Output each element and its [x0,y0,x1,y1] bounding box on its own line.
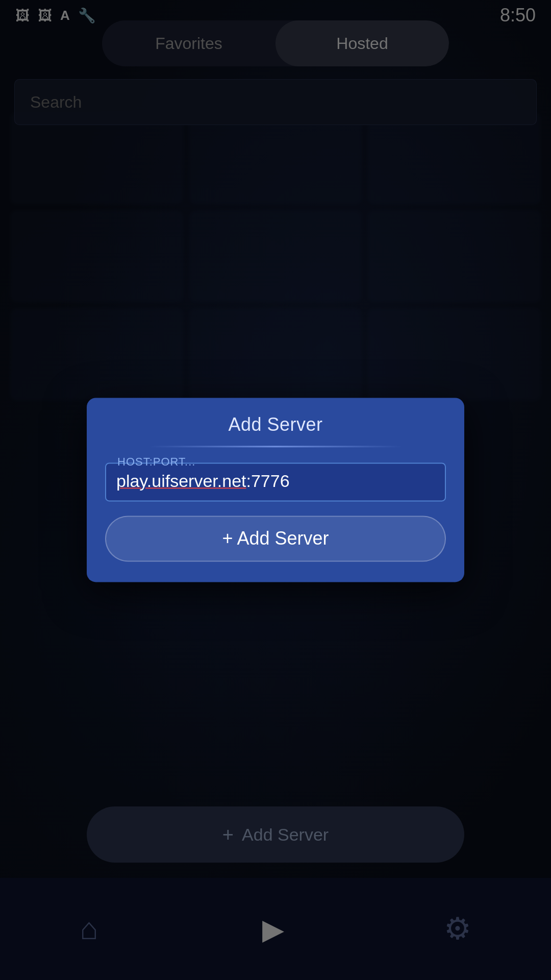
add-server-dialog-button-label: + Add Server [222,528,329,550]
dialog-body: HOST:PORT... play.uifserver.net:7776 + A… [87,462,464,561]
host-port-input-wrapper: HOST:PORT... play.uifserver.net:7776 [105,462,446,501]
add-server-dialog: Add Server HOST:PORT... play.uifserver.n… [87,398,464,582]
host-port-label: HOST:PORT... [115,455,197,469]
dialog-title: Add Server [87,398,464,446]
add-server-dialog-button[interactable]: + Add Server [105,516,446,562]
host-value: play.uifserver.net [116,471,246,491]
port-value: :7776 [246,471,290,491]
dialog-divider [117,446,434,447]
host-port-value[interactable]: play.uifserver.net:7776 [116,470,435,492]
